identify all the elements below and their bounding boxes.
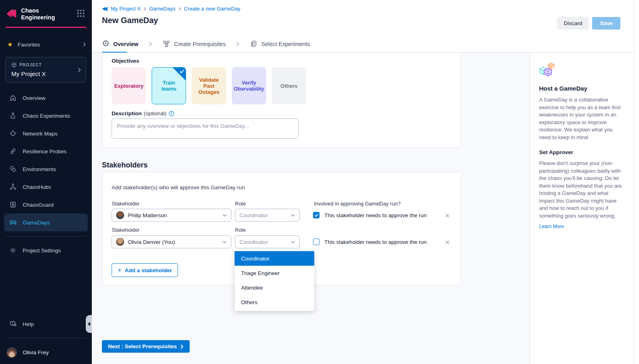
svg-text:?: ? — [12, 322, 13, 325]
cube-icon — [11, 62, 17, 68]
chevron-down-icon — [222, 241, 227, 243]
stakeholder-select-1[interactable]: Philip Matterson — [112, 209, 231, 222]
remove-stakeholder-2-button[interactable]: × — [445, 238, 450, 246]
project-eyebrow-label: PROJECT — [19, 63, 42, 67]
stakeholder-label: Stakeholder — [112, 201, 140, 207]
sidebar-item-network-maps[interactable]: Network Maps — [4, 125, 88, 142]
stakeholder-select-2[interactable]: Olivia Denver (You) — [112, 235, 231, 248]
sidebar-item-help[interactable]: ? Help — [4, 315, 88, 333]
project-selector[interactable]: PROJECT My Project X — [5, 57, 86, 83]
sidebar-item-project-settings[interactable]: Project Settings — [4, 241, 88, 259]
info-icon[interactable] — [169, 111, 174, 116]
gear-icon — [9, 247, 17, 254]
breadcrumb-project[interactable]: My Project X — [111, 6, 141, 12]
approve-checkbox-2[interactable] — [313, 239, 320, 245]
favorites-label: Favorites — [17, 42, 40, 48]
tab-overview[interactable]: Overview — [102, 36, 138, 53]
nav-label: Environments — [23, 166, 56, 172]
tab-select-experiments[interactable]: Select Experiments — [250, 36, 310, 53]
description-label-row: Description (optional) — [112, 110, 174, 116]
chaos-module-icon — [102, 6, 108, 12]
sidebar-item-overview[interactable]: Overview — [4, 89, 88, 107]
prerequisites-icon — [163, 40, 170, 48]
approve-checkbox-1[interactable] — [313, 212, 320, 218]
app-root: Chaos Engineering ★ Favorites PROJECT — [0, 0, 639, 364]
header-actions: Discard Save — [557, 17, 620, 30]
remove-stakeholder-1-button[interactable]: × — [445, 211, 450, 220]
breadcrumb-gamedays[interactable]: GameDays — [149, 6, 176, 12]
sidebar-item-favorites[interactable]: ★ Favorites — [7, 38, 86, 51]
role-option-attendee[interactable]: Attendee — [235, 280, 314, 295]
sidebar-item-environments[interactable]: Environments — [4, 160, 88, 178]
objective-others[interactable]: Others — [272, 67, 306, 104]
add-stakeholder-button[interactable]: + Add a stakeholder — [112, 263, 178, 277]
sidebar-item-gamedays[interactable]: GameDays — [4, 214, 88, 231]
sidebar-collapse-button[interactable] — [86, 315, 92, 333]
project-eyebrow: PROJECT — [11, 62, 81, 68]
sidebar-item-chaos-experiments[interactable]: Chaos Experiments — [4, 107, 88, 125]
user-profile[interactable]: Olivia Frey — [0, 343, 92, 364]
next-select-prerequisites-button[interactable]: Next : Select Prerequisites — [102, 340, 190, 353]
network-map-icon — [9, 130, 17, 137]
role-label: Role — [235, 227, 246, 233]
role-option-others[interactable]: Others — [235, 295, 314, 309]
objective-label: Others — [281, 83, 298, 89]
involved-label: Involved in approving GameDay run? — [314, 201, 401, 207]
role-select-2[interactable]: Coordinator — [235, 235, 300, 248]
brand: Chaos Engineering — [0, 0, 92, 21]
help-subheading: Set Approver — [539, 149, 624, 155]
learn-more-link[interactable]: Learn More — [539, 224, 564, 229]
sidebar-item-chaosguard[interactable]: ChaosGuard — [4, 196, 88, 214]
breadcrumb-current: Create a new GameDay — [184, 6, 240, 12]
save-button[interactable]: Save — [592, 17, 620, 30]
objectives-card: Objectives Exploratory Train teams Valid… — [102, 53, 461, 148]
discard-button[interactable]: Discard — [557, 17, 589, 30]
stakeholders-heading: Stakeholders — [102, 161, 148, 169]
role-select-1[interactable]: Coordinator — [235, 209, 300, 222]
sidebar-nav: Overview Chaos Experiments Network Maps … — [0, 89, 92, 259]
nav-label: Chaos Experiments — [23, 113, 70, 119]
role-value: Coordinator — [239, 212, 268, 218]
environments-icon — [9, 165, 17, 173]
role-dropdown-menu: Coordinator Triage Engineer Attendee Oth… — [235, 251, 314, 311]
chevron-right-icon — [178, 7, 181, 11]
add-stakeholder-label: Add a stakeholder — [125, 267, 172, 273]
chevron-right-icon — [78, 67, 81, 73]
nav-label: Overview — [23, 95, 45, 101]
tab-create-prerequisites[interactable]: Create Prerequisites — [163, 36, 226, 53]
experiments-stack-icon — [250, 40, 258, 48]
sidebar-item-chaoshubs[interactable]: ChaosHubs — [4, 178, 88, 196]
nav-label: Resilience Probes — [23, 148, 67, 154]
objective-label: Train teams — [154, 80, 183, 92]
brand-name: Chaos Engineering — [21, 7, 76, 21]
help-chat-icon: ? — [9, 320, 17, 328]
tab-label: Overview — [113, 41, 138, 47]
sidebar-divider — [6, 338, 86, 338]
objective-validate-past-outages[interactable]: Validate Past Outages — [192, 67, 226, 104]
sidebar-bottom: ? Help Olivia Frey — [0, 315, 92, 364]
sidebar-item-resilience-probes[interactable]: Resilience Probes — [4, 142, 88, 160]
approve-checkbox-label: This stakeholder needs to approve the ru… — [324, 239, 427, 245]
gamepad-icon — [9, 219, 17, 226]
description-input[interactable] — [112, 119, 298, 139]
nav-label: GameDays — [23, 220, 50, 226]
description-optional-label: (optional) — [144, 110, 166, 116]
breadcrumb: My Project X GameDays Create a new GameD… — [92, 0, 639, 12]
gameday-cubes-illustration — [539, 62, 555, 78]
stakeholder-avatar — [116, 211, 124, 219]
chevron-right-icon — [236, 41, 239, 47]
chevron-down-icon — [222, 214, 227, 217]
approve-checkbox-label: This stakeholder needs to approve the ru… — [324, 212, 427, 218]
nav-label: Network Maps — [23, 131, 57, 137]
check-icon — [314, 213, 319, 218]
objective-exploratory[interactable]: Exploratory — [112, 67, 146, 104]
role-option-coordinator[interactable]: Coordinator — [235, 251, 314, 266]
app-grid-icon[interactable] — [76, 9, 85, 18]
chevron-down-icon — [291, 241, 295, 243]
objective-train-teams[interactable]: Train teams — [152, 67, 186, 104]
role-option-triage-engineer[interactable]: Triage Engineer — [235, 266, 314, 280]
help-title: Host a GameDay — [539, 85, 624, 92]
help-panel: Host a GameDay A GameDay is a collaborat… — [530, 53, 634, 364]
help-intro: A GameDay is a collaborative exercise to… — [539, 96, 624, 141]
objective-verify-oberability[interactable]: Verify Obervability — [232, 67, 266, 104]
